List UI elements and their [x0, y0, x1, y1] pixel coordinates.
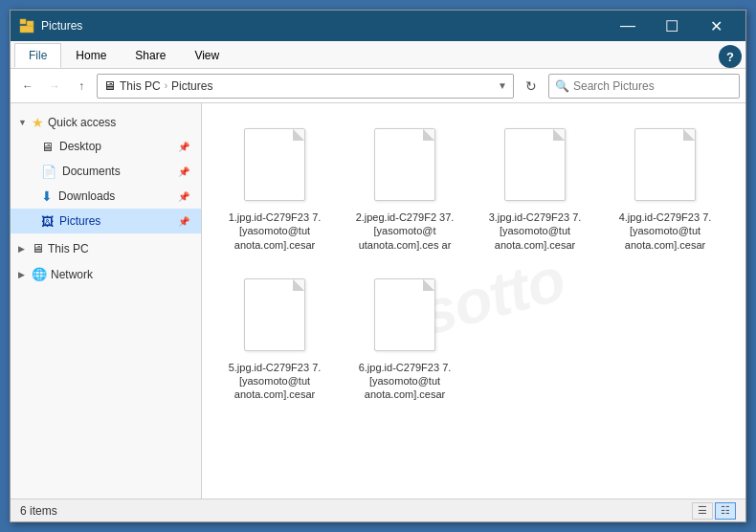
path-dropdown-icon[interactable]: ▼ [498, 80, 507, 91]
sidebar-item-pictures[interactable]: 🖼 Pictures 📌 [11, 209, 201, 233]
maximize-button[interactable]: ☐ [650, 11, 694, 41]
title-bar: Pictures — ☐ ✕ [11, 11, 745, 41]
sidebar: ▼ ★ Quick access 🖥 Desktop 📌 📄 Documents… [11, 103, 202, 499]
quick-access-header[interactable]: ▼ ★ Quick access [11, 111, 201, 134]
svg-rect-2 [27, 21, 33, 26]
network-header[interactable]: ▶ 🌐 Network [11, 263, 201, 285]
documents-label: Documents [62, 165, 121, 178]
help-button[interactable]: ? [719, 45, 742, 68]
file-icon [370, 128, 439, 205]
explorer-window: Pictures — ☐ ✕ File Home Share View ? ← … [10, 10, 746, 522]
file-name: 2.jpeg.id-C279F2 37.[yasomoto@t utanota.… [353, 211, 456, 252]
path-icon: 🖥 [103, 78, 116, 93]
forward-button[interactable]: → [43, 75, 66, 98]
window-icon [18, 17, 35, 34]
tab-home[interactable]: Home [61, 43, 121, 68]
this-pc-header[interactable]: ▶ 🖥 This PC [11, 237, 201, 259]
refresh-button[interactable]: ↻ [518, 74, 545, 99]
network-label: Network [51, 268, 93, 281]
path-this-pc: This PC [120, 79, 161, 93]
sidebar-item-desktop[interactable]: 🖥 Desktop 📌 [11, 134, 201, 159]
documents-icon: 📄 [41, 165, 56, 179]
sidebar-item-downloads[interactable]: ⬇ Downloads 📌 [11, 184, 201, 209]
file-icon [631, 128, 700, 205]
file-area: risotto 1.jpg.id-C279F23 7.[yasomoto@tut… [202, 103, 745, 499]
file-page-icon [374, 128, 435, 201]
pin-icon: 📌 [178, 142, 189, 152]
address-bar: ← → ↑ 🖥 This PC › Pictures ▼ ↻ 🔍 [11, 69, 745, 103]
icons-view-button[interactable]: ☷ [715, 502, 736, 520]
ribbon-tabs: File Home Share View ? [11, 41, 745, 68]
pictures-label: Pictures [59, 214, 100, 228]
back-button[interactable]: ← [16, 75, 39, 98]
network-icon: 🌐 [32, 267, 47, 281]
tab-file[interactable]: File [14, 43, 61, 68]
expand-icon: ▼ [18, 118, 28, 127]
file-name: 3.jpg.id-C279F23 7.[yasomoto@tut anota.c… [483, 211, 587, 252]
downloads-label: Downloads [58, 189, 115, 203]
star-icon: ★ [32, 115, 44, 130]
file-name: 5.jpg.id-C279F23 7.[yasomoto@tut anota.c… [223, 361, 326, 402]
file-icon [240, 128, 309, 205]
quick-access-label: Quick access [48, 116, 116, 129]
file-item[interactable]: 4.jpg.id-C279F23 7.[yasomoto@tut anota.c… [608, 119, 723, 261]
search-icon: 🔍 [555, 79, 569, 93]
search-input[interactable] [573, 79, 733, 93]
this-pc-icon: 🖥 [32, 241, 44, 255]
file-item[interactable]: 5.jpg.id-C279F23 7.[yasomoto@tut anota.c… [217, 269, 332, 411]
file-page-corner [423, 129, 434, 141]
main-area: ▼ ★ Quick access 🖥 Desktop 📌 📄 Documents… [11, 103, 745, 499]
status-bar: 6 items ☰ ☷ [11, 499, 745, 521]
file-page-icon [244, 128, 305, 201]
file-page-corner [293, 279, 304, 291]
file-page-corner [293, 129, 304, 141]
file-grid: 1.jpg.id-C279F23 7.[yasomoto@tut anota.c… [217, 119, 730, 411]
tab-view[interactable]: View [180, 43, 233, 68]
this-pc-label: This PC [48, 242, 89, 255]
path-pictures: Pictures [171, 79, 212, 93]
window-title: Pictures [41, 19, 606, 33]
file-page-icon [504, 128, 566, 201]
close-button[interactable]: ✕ [694, 11, 738, 41]
downloads-icon: ⬇ [41, 188, 53, 204]
address-path[interactable]: 🖥 This PC › Pictures ▼ [97, 74, 514, 99]
search-box[interactable]: 🔍 [548, 74, 740, 99]
file-page-corner [553, 129, 565, 141]
file-name: 1.jpg.id-C279F23 7.[yasomoto@tut anota.c… [223, 211, 326, 252]
item-count: 6 items [20, 504, 692, 518]
pin-icon: 📌 [178, 191, 189, 202]
view-buttons: ☰ ☷ [692, 502, 736, 520]
desktop-icon: 🖥 [41, 140, 54, 154]
desktop-label: Desktop [59, 140, 101, 153]
svg-rect-1 [20, 26, 33, 33]
up-button[interactable]: ↑ [70, 75, 93, 98]
file-name: 6.jpg.id-C279F23 7.[yasomoto@tut anota.c… [353, 361, 456, 402]
quick-access-section: ▼ ★ Quick access 🖥 Desktop 📌 📄 Documents… [11, 111, 201, 233]
file-icon [500, 128, 569, 205]
file-icon [370, 278, 439, 355]
file-page-corner [683, 129, 695, 141]
minimize-button[interactable]: — [606, 11, 650, 41]
file-page-corner [423, 279, 434, 291]
pin-icon: 📌 [178, 166, 189, 177]
network-section: ▶ 🌐 Network [11, 263, 201, 285]
file-item[interactable]: 3.jpg.id-C279F23 7.[yasomoto@tut anota.c… [478, 119, 592, 261]
file-name: 4.jpg.id-C279F23 7.[yasomoto@tut anota.c… [613, 211, 717, 252]
file-page-icon [634, 128, 696, 201]
file-icon [240, 278, 309, 355]
file-item[interactable]: 2.jpeg.id-C279F2 37.[yasomoto@t utanota.… [347, 119, 462, 261]
expand-icon: ▶ [18, 270, 28, 279]
file-item[interactable]: 6.jpg.id-C279F23 7.[yasomoto@tut anota.c… [347, 269, 462, 411]
list-view-button[interactable]: ☰ [692, 502, 713, 520]
svg-rect-0 [20, 19, 26, 24]
file-item[interactable]: 1.jpg.id-C279F23 7.[yasomoto@tut anota.c… [217, 119, 332, 261]
sidebar-item-documents[interactable]: 📄 Documents 📌 [11, 159, 201, 184]
pin-icon: 📌 [178, 216, 189, 227]
ribbon: File Home Share View ? [11, 41, 745, 69]
pictures-icon: 🖼 [41, 214, 54, 229]
window-controls: — ☐ ✕ [606, 11, 738, 41]
file-page-icon [244, 278, 305, 351]
file-page-icon [374, 278, 435, 351]
this-pc-section: ▶ 🖥 This PC [11, 237, 201, 259]
tab-share[interactable]: Share [121, 43, 180, 68]
